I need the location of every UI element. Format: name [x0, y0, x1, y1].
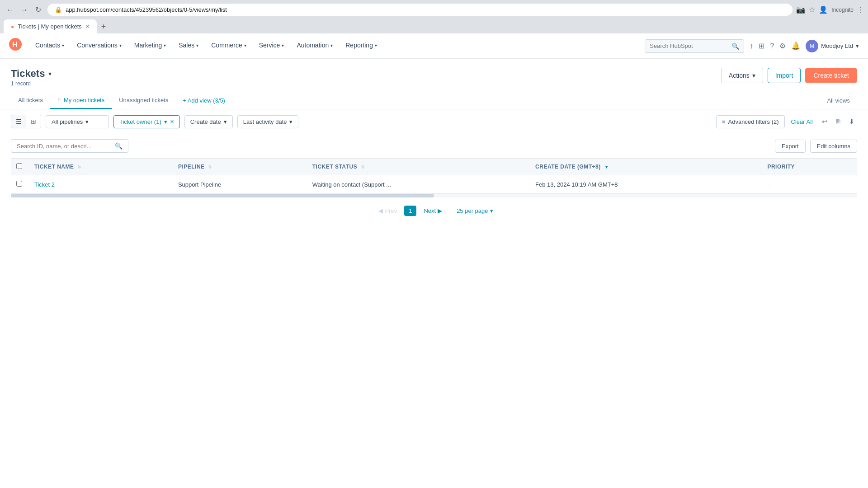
incognito-label: Incognito [831, 7, 854, 13]
per-page-selector[interactable]: 25 per page ▾ [457, 207, 493, 214]
pipeline-chevron-icon: ▾ [85, 118, 89, 125]
nav-contacts[interactable]: Contacts ▾ [29, 33, 71, 59]
horizontal-scrollbar[interactable] [11, 194, 857, 197]
create-date-header[interactable]: CREATE DATE (GMT+8) ▼ [530, 159, 762, 175]
priority-value: -- [767, 181, 771, 188]
copy-button[interactable]: ⎘ [834, 115, 843, 128]
nav-service-chevron: ▾ [282, 43, 284, 48]
forward-button[interactable]: → [18, 4, 31, 16]
ticket-status-header[interactable]: TICKET STATUS ⇅ [307, 159, 530, 175]
next-icon: ▶ [438, 207, 442, 214]
ticket-name-link[interactable]: Ticket 2 [34, 181, 55, 188]
grid-view-button[interactable]: ⊞ [26, 115, 41, 128]
user-avatar: M [806, 40, 818, 52]
ticket-owner-filter[interactable]: Ticket owner (1) ▾ ✕ [113, 115, 180, 128]
edit-columns-button[interactable]: Edit columns [810, 140, 857, 153]
ticket-owner-label: Ticket owner (1) [119, 118, 161, 125]
table-buttons: Export Edit columns [775, 140, 857, 153]
title-dropdown-icon[interactable]: ▾ [48, 70, 52, 77]
create-date-filter[interactable]: Create date ▾ [184, 115, 233, 128]
add-view-button[interactable]: + Add view (3/5) [175, 93, 232, 108]
all-views-link[interactable]: All views [820, 93, 857, 108]
my-open-tickets-tab[interactable]: ⠿ My open tickets [50, 92, 112, 109]
undo-button[interactable]: ↩ [819, 115, 830, 128]
nav-items: Contacts ▾ Conversations ▾ Marketing ▾ S… [29, 33, 645, 59]
filter-action-icons: ↩ ⎘ ⬇ [819, 115, 857, 128]
list-view-button[interactable]: ☰ [11, 115, 26, 128]
active-tab[interactable]: ● Tickets | My open tickets ✕ [4, 19, 97, 33]
nav-automation[interactable]: Automation ▾ [290, 33, 339, 59]
page-header: Tickets ▾ 1 record Actions ▾ Import Crea… [0, 59, 868, 92]
create-ticket-button[interactable]: Create ticket [805, 68, 857, 83]
pipeline-selector[interactable]: All pipelines ▾ [46, 115, 109, 128]
menu-icon[interactable]: ⋮ [857, 5, 864, 14]
back-button[interactable]: ← [4, 4, 16, 16]
export-button[interactable]: Export [775, 140, 806, 153]
table-scroll: TICKET NAME ⇅ PIPELINE ⇅ TICKET STATUS ⇅ [11, 158, 857, 194]
search-input[interactable] [650, 42, 729, 49]
profile-icon[interactable]: 👤 [819, 5, 828, 14]
address-bar[interactable]: 🔒 app.hubspot.com/contacts/45239562/obje… [47, 4, 793, 16]
nav-commerce[interactable]: Commerce ▾ [205, 33, 252, 59]
hubspot-logo[interactable]: H [9, 38, 22, 54]
pipeline-label: All pipelines [52, 118, 83, 125]
next-page-button[interactable]: Next ▶ [420, 205, 446, 217]
url-text: app.hubspot.com/contacts/45239562/object… [66, 6, 785, 13]
nav-contacts-chevron: ▾ [62, 43, 64, 48]
drag-icon: ⠿ [57, 97, 61, 103]
row-checkbox[interactable] [16, 181, 22, 187]
prev-page-button[interactable]: ◀ Prev [375, 205, 401, 217]
scroll-thumb[interactable] [11, 194, 434, 197]
all-tickets-tab[interactable]: All tickets [11, 92, 50, 109]
select-all-checkbox[interactable] [16, 163, 22, 169]
clear-all-button[interactable]: Clear All [789, 116, 815, 128]
upgrade-icon[interactable]: ↑ [750, 42, 753, 50]
save-button[interactable]: ⬇ [846, 115, 857, 128]
actions-chevron-icon: ▾ [752, 72, 755, 79]
refresh-button[interactable]: ↻ [33, 4, 44, 16]
header-row: TICKET NAME ⇅ PIPELINE ⇅ TICKET STATUS ⇅ [11, 159, 857, 175]
last-activity-filter[interactable]: Last activity date ▾ [237, 115, 299, 128]
my-open-tickets-label: My open tickets [64, 97, 104, 103]
global-search[interactable]: 🔍 [645, 39, 744, 53]
nav-marketing[interactable]: Marketing ▾ [128, 33, 172, 59]
row-checkbox-cell [11, 175, 29, 194]
cast-icon[interactable]: 📷 [796, 5, 805, 14]
table-search[interactable]: 🔍 [11, 139, 128, 153]
actions-button[interactable]: Actions ▾ [721, 68, 763, 83]
nav-conversations[interactable]: Conversations ▾ [71, 33, 128, 59]
page-title-text: Tickets [11, 68, 45, 80]
tab-close-button[interactable]: ✕ [85, 23, 90, 29]
notifications-icon[interactable]: 🔔 [791, 42, 800, 50]
top-nav: H Contacts ▾ Conversations ▾ Marketing ▾… [0, 33, 868, 59]
user-menu[interactable]: M Moodjoy Ltd ▾ [806, 40, 859, 52]
nav-sales[interactable]: Sales ▾ [172, 33, 205, 59]
nav-reporting[interactable]: Reporting ▾ [339, 33, 383, 59]
svg-text:H: H [12, 41, 18, 48]
page-title-section: Tickets ▾ 1 record [11, 68, 52, 87]
current-page[interactable]: 1 [404, 206, 416, 216]
actions-label: Actions [729, 72, 750, 79]
unassigned-tickets-tab[interactable]: Unassigned tickets [112, 92, 175, 109]
filters-bar: ☰ ⊞ All pipelines ▾ Ticket owner (1) ▾ ✕… [0, 109, 868, 134]
bookmark-icon[interactable]: ☆ [809, 5, 815, 14]
filter-lines-icon: ≡ [722, 118, 726, 125]
prev-icon: ◀ [378, 207, 383, 214]
ticket-name-header[interactable]: TICKET NAME ⇅ [29, 159, 173, 175]
lock-icon: 🔒 [55, 6, 62, 13]
nav-marketing-chevron: ▾ [164, 43, 166, 48]
marketplace-icon[interactable]: ⊞ [759, 42, 764, 50]
nav-automation-label: Automation [297, 42, 329, 49]
new-tab-button[interactable]: + [98, 20, 110, 33]
pipeline-header[interactable]: PIPELINE ⇅ [173, 159, 307, 175]
ticket-owner-remove-icon[interactable]: ✕ [170, 119, 174, 125]
all-tickets-label: All tickets [18, 97, 43, 103]
advanced-filters-button[interactable]: ≡ Advanced filters (2) [716, 115, 785, 128]
unassigned-tickets-label: Unassigned tickets [119, 97, 168, 103]
help-icon[interactable]: ? [770, 42, 774, 50]
nav-service[interactable]: Service ▾ [253, 33, 291, 59]
import-button[interactable]: Import [768, 68, 801, 83]
settings-icon[interactable]: ⚙ [779, 42, 786, 50]
table-search-input[interactable] [17, 143, 112, 150]
browser-toolbar: ← → ↻ 🔒 app.hubspot.com/contacts/4523956… [4, 4, 864, 16]
